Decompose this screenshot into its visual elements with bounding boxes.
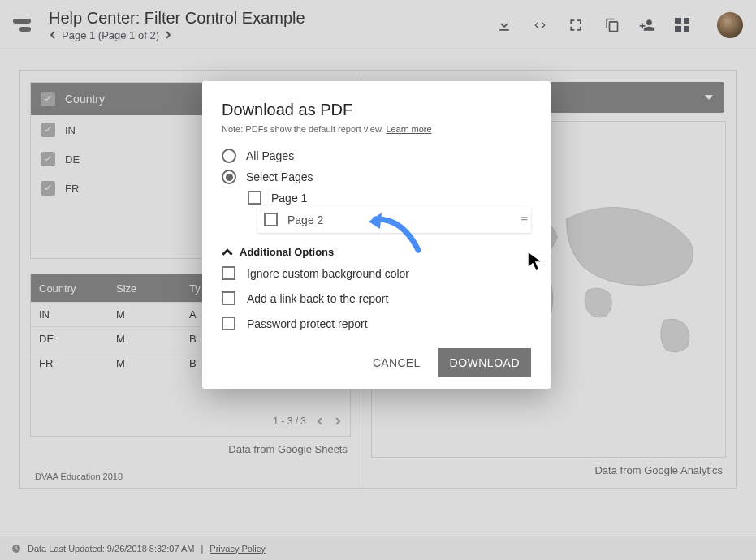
footer-note: DVAA Education 2018 — [30, 457, 351, 483]
dialog-title: Download as PDF — [222, 101, 531, 119]
title-area: Help Center: Filter Control Example Page… — [49, 9, 496, 41]
chevron-right-icon[interactable] — [334, 417, 342, 425]
option-password[interactable]: Password protect report — [222, 317, 531, 330]
fullscreen-icon[interactable] — [568, 17, 584, 33]
copy-icon[interactable] — [603, 17, 620, 33]
dialog-note: Note: PDFs show the default report view.… — [222, 124, 531, 134]
checkbox-unchecked-icon[interactable] — [222, 317, 235, 330]
table-pager: 1 - 3 / 3 — [31, 407, 350, 436]
checkbox-unchecked-icon[interactable] — [248, 191, 261, 205]
annotation-arrow-icon — [365, 209, 422, 254]
status-bar: Data Last Updated: 9/26/2018 8:32:07 AM … — [0, 536, 756, 560]
checkbox-unchecked-icon[interactable] — [264, 213, 278, 226]
cancel-button[interactable]: CANCEL — [368, 350, 426, 376]
avatar[interactable] — [717, 12, 743, 38]
radio-select-pages[interactable]: Select Pages — [222, 170, 531, 184]
checkbox-checked-icon[interactable] — [41, 92, 55, 106]
col-header[interactable]: Size — [108, 282, 181, 295]
privacy-link[interactable]: Privacy Policy — [210, 544, 265, 554]
chevron-left-icon — [49, 31, 57, 39]
radio-all-pages[interactable]: All Pages — [222, 149, 531, 163]
checkbox-unchecked-icon[interactable] — [222, 291, 235, 305]
option-ignore-bg[interactable]: Ignore custom background color — [222, 266, 531, 280]
checkbox-checked-icon[interactable] — [41, 152, 55, 166]
caret-down-icon — [705, 95, 713, 100]
app-logo-icon — [13, 13, 37, 37]
dialog-actions: CANCEL DOWNLOAD — [222, 348, 531, 377]
chevron-left-icon[interactable] — [316, 417, 324, 425]
learn-more-link[interactable]: Learn more — [386, 124, 431, 134]
data-source-caption: Data from Google Analytics — [371, 458, 726, 478]
download-icon[interactable] — [496, 17, 512, 33]
radio-unchecked-icon[interactable] — [222, 149, 236, 163]
radio-checked-icon[interactable] — [222, 170, 236, 184]
page-title: Help Center: Filter Control Example — [49, 9, 496, 28]
embed-icon[interactable] — [532, 17, 548, 33]
checkbox-checked-icon[interactable] — [41, 181, 55, 196]
col-header[interactable]: Country — [31, 282, 108, 295]
download-button[interactable]: DOWNLOAD — [438, 348, 531, 377]
clock-icon — [11, 544, 21, 554]
checkbox-unchecked-icon[interactable] — [222, 266, 235, 280]
page-option-1[interactable]: Page 1 — [248, 191, 531, 205]
chevron-up-icon — [222, 247, 233, 258]
drag-handle-icon[interactable]: ≡ — [521, 213, 525, 227]
apps-icon[interactable] — [675, 18, 689, 32]
data-source-caption: Data from Google Sheets — [30, 437, 351, 457]
breadcrumb[interactable]: Page 1 (Page 1 of 2) — [49, 29, 496, 41]
pager-text: 1 - 3 / 3 — [273, 416, 306, 427]
map-footer-text — [378, 444, 381, 454]
header-actions — [496, 12, 743, 38]
option-add-link[interactable]: Add a link back to the report — [222, 291, 531, 305]
cursor-icon — [526, 250, 546, 273]
status-text: Data Last Updated: 9/26/2018 8:32:07 AM — [28, 544, 194, 554]
app-header: Help Center: Filter Control Example Page… — [0, 0, 756, 50]
breadcrumb-text: Page 1 (Page 1 of 2) — [62, 29, 159, 41]
add-person-icon[interactable] — [639, 17, 655, 33]
filter-title: Country — [65, 93, 105, 106]
chevron-right-icon — [164, 31, 172, 39]
checkbox-checked-icon[interactable] — [41, 123, 55, 137]
